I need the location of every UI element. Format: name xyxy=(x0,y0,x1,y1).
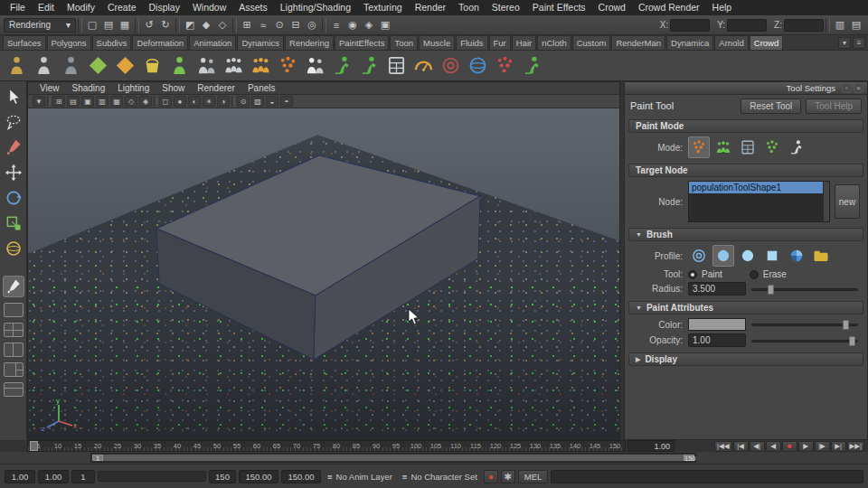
divider[interactable] xyxy=(232,18,237,33)
menu-item[interactable]: Create xyxy=(101,0,143,15)
shelf-tab[interactable]: Polygons xyxy=(47,35,91,50)
section-header-paint-attributes[interactable]: ▼ Paint Attributes xyxy=(628,301,863,314)
restore-icon[interactable]: ▫ xyxy=(842,83,852,93)
shelf-tab[interactable]: Dynamica xyxy=(666,35,713,50)
brush-soft-icon[interactable] xyxy=(712,245,734,267)
shelf-tab[interactable]: Hair xyxy=(512,35,536,50)
node-list[interactable]: populationToolShape1 xyxy=(688,181,830,222)
shelf-menu-icon[interactable]: ▾ xyxy=(838,37,851,49)
crowd-skeleton-icon[interactable] xyxy=(59,53,83,78)
shelf-tab[interactable]: Deformation xyxy=(132,35,188,50)
step-back-frame-button[interactable]: ◀| xyxy=(750,441,765,452)
section-header-display[interactable]: ▶ Display xyxy=(628,352,863,366)
shelf-tab[interactable]: Dynamics xyxy=(237,35,284,50)
field-chart-icon[interactable]: ▦ xyxy=(110,96,123,107)
ground-diamond-icon[interactable] xyxy=(113,53,137,78)
menu-item[interactable]: Window xyxy=(186,0,232,15)
menu-item[interactable]: Stereo xyxy=(486,0,526,15)
menu-item[interactable]: Crowd xyxy=(592,0,632,15)
paint-bucket-icon[interactable] xyxy=(140,53,165,78)
anim-end-field[interactable]: 150.00 xyxy=(281,470,321,483)
play-forwards-button[interactable]: ▶ xyxy=(798,441,814,452)
runner-trio-icon[interactable] xyxy=(520,53,544,78)
layout-four-pane-button[interactable] xyxy=(4,323,24,337)
shelf-tab[interactable]: Arnold xyxy=(714,35,748,50)
select-object-icon[interactable]: ◆ xyxy=(198,17,214,33)
command-input[interactable] xyxy=(551,470,863,483)
brush-solid-icon[interactable] xyxy=(737,245,759,267)
menu-item[interactable]: Texturing xyxy=(357,0,409,15)
shelf-tab[interactable]: Muscle xyxy=(419,35,455,50)
snap-point-icon[interactable]: ⊙ xyxy=(271,17,288,33)
paint-mode-table-icon[interactable] xyxy=(737,136,759,158)
opacity-slider[interactable] xyxy=(751,334,860,347)
panel-menu-item[interactable]: Show xyxy=(156,83,191,93)
range-slider-track[interactable]: 1 150 xyxy=(90,453,696,463)
panel-menu-item[interactable]: View xyxy=(33,83,66,93)
playback-start-field[interactable]: 1.00 xyxy=(38,470,69,483)
scale-tool-icon[interactable] xyxy=(3,212,24,234)
color-slider[interactable] xyxy=(751,318,860,331)
divider[interactable] xyxy=(154,96,157,107)
lights-icon[interactable]: ☀ xyxy=(203,96,215,107)
range-display-track[interactable] xyxy=(98,471,206,482)
entity-green-icon[interactable] xyxy=(167,53,192,78)
gamma-icon[interactable]: ◓ xyxy=(280,96,293,107)
terrain-diamond-icon[interactable] xyxy=(86,53,110,78)
range-start-field[interactable]: 1 xyxy=(71,470,95,483)
shelf-tab[interactable]: Subdivs xyxy=(92,35,132,50)
paint-mode-ball-icon[interactable] xyxy=(786,136,807,158)
erase-radio[interactable]: Erase xyxy=(750,269,787,279)
divider[interactable] xyxy=(175,18,180,33)
new-node-button[interactable]: new xyxy=(835,184,860,219)
panel-menu-item[interactable]: Lighting xyxy=(111,83,156,93)
render-current-icon[interactable]: ◉ xyxy=(344,17,361,33)
panel-menu-item[interactable]: Renderer xyxy=(191,83,241,93)
ipr-render-icon[interactable]: ◈ xyxy=(361,17,377,33)
slider-handle[interactable] xyxy=(768,285,774,295)
paint-radio[interactable]: Paint xyxy=(688,269,722,279)
lasso-tool-icon[interactable] xyxy=(3,111,24,133)
shelf-tab[interactable]: Custom xyxy=(572,35,611,50)
snap-plane-icon[interactable]: ⊟ xyxy=(288,17,304,33)
people-pair-icon[interactable] xyxy=(194,53,219,78)
layout-single-pane-button[interactable] xyxy=(4,303,24,317)
character-set-menu[interactable]: ≡ No Character Set xyxy=(399,472,481,482)
paint-mode-place-icon[interactable] xyxy=(688,136,710,158)
node-list-item-selected[interactable]: populationToolShape1 xyxy=(689,182,823,193)
divider[interactable] xyxy=(231,96,235,107)
shelf-tab[interactable]: Toon xyxy=(390,35,418,50)
anim-layer-menu[interactable]: ≡ No Anim Layer xyxy=(324,472,396,482)
anim-preferences-button[interactable]: ✱ xyxy=(501,470,515,483)
range-slider-bar[interactable]: 1 150 xyxy=(92,455,694,461)
range-end-handle[interactable]: 150 xyxy=(684,455,694,461)
menu-set-selector[interactable]: Rendering ▾ xyxy=(4,18,76,33)
divider[interactable] xyxy=(135,18,139,33)
snap-curve-icon[interactable]: ≈ xyxy=(255,17,271,33)
select-hierarchy-icon[interactable]: ◩ xyxy=(182,17,198,33)
wireframe-icon[interactable]: ◻ xyxy=(159,96,172,107)
playback-end-field[interactable]: 150.00 xyxy=(239,470,278,483)
new-scene-icon[interactable]: ▢ xyxy=(84,17,100,33)
crowd-character-icon[interactable] xyxy=(32,53,56,78)
time-slider[interactable]: 5101520253035404550556065707580859095100… xyxy=(27,440,626,452)
brush-square-icon[interactable] xyxy=(761,245,783,267)
people-white-icon[interactable] xyxy=(303,53,327,78)
xray-icon[interactable]: ▨ xyxy=(251,96,264,107)
select-tool-icon[interactable] xyxy=(3,86,24,108)
menu-item[interactable]: Lighting/Shading xyxy=(274,0,357,15)
shelf-tab[interactable]: Surfaces xyxy=(3,35,46,50)
step-back-key-button[interactable]: |◀ xyxy=(733,441,749,452)
gauge-icon[interactable] xyxy=(411,53,436,78)
tool-settings-titlebar[interactable]: Tool Settings ▫× xyxy=(625,82,867,95)
opacity-field[interactable]: 1.00 xyxy=(688,333,746,347)
walker-icon[interactable] xyxy=(330,53,354,78)
menu-item[interactable]: Display xyxy=(142,0,185,15)
paint-select-tool-icon[interactable] xyxy=(3,136,24,158)
menu-item[interactable]: Edit xyxy=(32,0,61,15)
menu-item[interactable]: Crowd Render xyxy=(632,0,706,15)
render-settings-icon[interactable]: ▣ xyxy=(377,17,393,33)
runner-icon[interactable] xyxy=(357,53,382,78)
shelf-tab[interactable]: RenderMan xyxy=(611,35,665,50)
record-button[interactable]: ■ xyxy=(782,441,797,452)
